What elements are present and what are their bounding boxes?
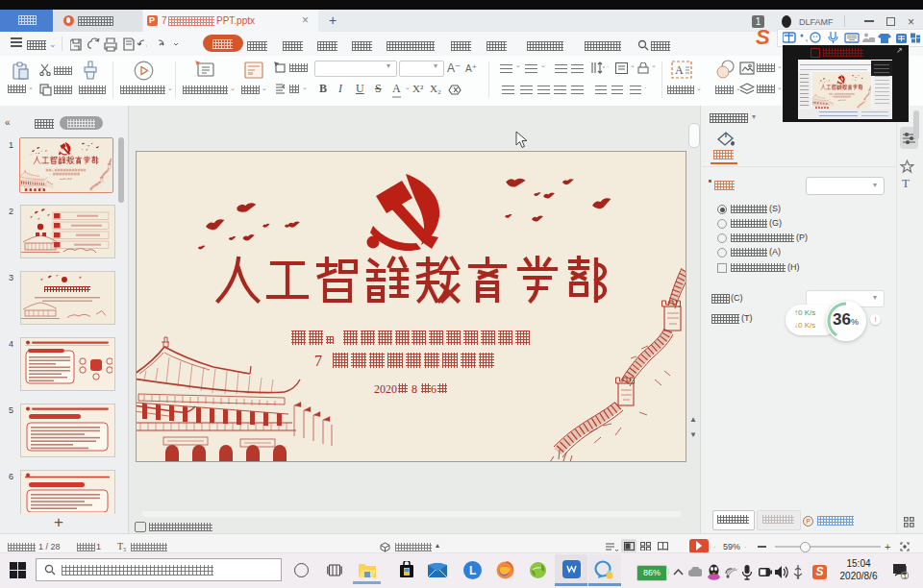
svg-text:A: A xyxy=(675,63,684,77)
svg-text:1: 1 xyxy=(904,574,908,579)
